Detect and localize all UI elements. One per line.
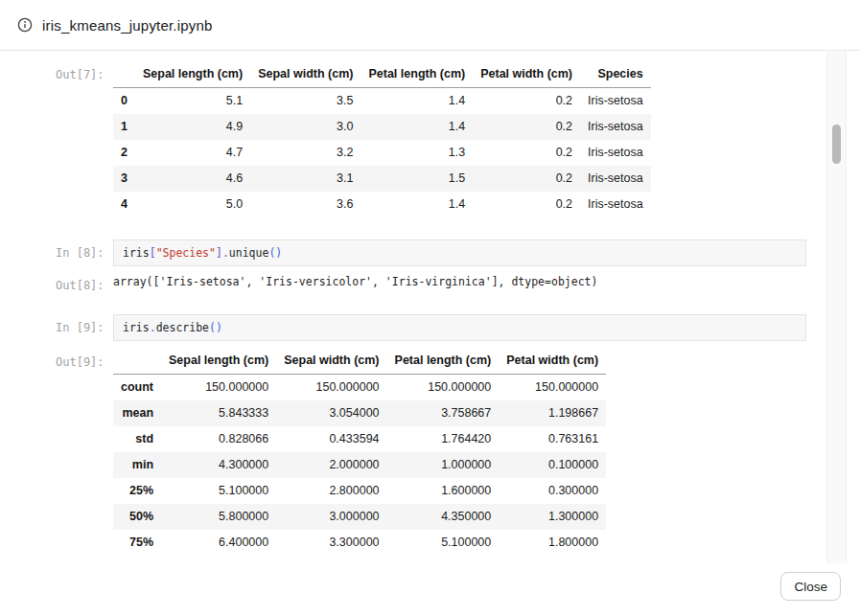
cell-output-7: Out[7]: Sepal length (cm)Sepal width (cm… xyxy=(56,61,860,217)
table-row: 14.93.01.40.2Iris-setosa xyxy=(113,114,651,140)
header-row: Sepal length (cm)Sepal width (cm)Petal l… xyxy=(113,61,651,88)
in9-prompt: In [9]: xyxy=(56,314,113,341)
cell: 3.758667 xyxy=(387,400,500,426)
cell: 1.4 xyxy=(360,192,473,217)
column-header xyxy=(113,348,161,375)
cell: Iris-setosa xyxy=(580,114,651,140)
out7-prompt: Out[7]: xyxy=(56,61,113,81)
cell: 2.800000 xyxy=(276,478,386,504)
row-index: mean xyxy=(113,400,161,426)
cell-input-8: In [8]: iris["Species"].unique() xyxy=(56,240,860,266)
cell: 3.054000 xyxy=(276,400,386,426)
column-header: Petal width (cm) xyxy=(473,61,580,88)
close-button[interactable]: Close xyxy=(780,572,841,601)
cell: 150.000000 xyxy=(276,375,386,401)
cell-output-9: Out[9]: Sepal length (cm)Sepal width (cm… xyxy=(56,348,860,556)
code-cell-describe: iris.describe() xyxy=(113,314,806,341)
code-token-bracket: [ xyxy=(150,246,156,260)
in8-prompt: In [8]: xyxy=(56,240,113,266)
cell: 5.100000 xyxy=(161,478,276,504)
table-row: 05.13.51.40.2Iris-setosa xyxy=(113,88,651,115)
row-index: 3 xyxy=(113,166,135,192)
cell: 6.400000 xyxy=(161,530,276,556)
cell: 3.0 xyxy=(250,114,360,140)
cell: 4.9 xyxy=(135,114,250,140)
cell: 0.2 xyxy=(473,166,580,192)
cell: 0.2 xyxy=(473,192,580,217)
cell: 0.2 xyxy=(473,140,580,166)
header-row: Sepal length (cm)Sepal width (cm)Petal l… xyxy=(113,348,606,375)
code-token-name: iris xyxy=(123,246,150,260)
modal-header: iris_kmeans_jupyter.ipynb xyxy=(0,0,860,51)
table-row: count150.000000150.000000150.000000150.0… xyxy=(113,375,606,401)
cell: 1.4 xyxy=(360,114,473,140)
cell: 5.843333 xyxy=(161,400,276,426)
code-token-name: unique xyxy=(229,246,269,260)
cell: 5.100000 xyxy=(387,530,500,556)
code-token-paren: ( xyxy=(209,321,216,334)
code-token-paren: ) xyxy=(275,246,282,260)
cell: 1.5 xyxy=(360,166,473,192)
notebook-content: Out[7]: Sepal length (cm)Sepal width (cm… xyxy=(0,52,860,563)
code-token-operator: . xyxy=(222,246,229,260)
code-token-string: "Species" xyxy=(156,246,216,260)
row-index: 4 xyxy=(113,192,135,217)
cell: 0.433594 xyxy=(276,426,386,452)
notebook-preview-modal: iris_kmeans_jupyter.ipynb Out[7]: Sepal … xyxy=(0,0,860,616)
cell: 1.3 xyxy=(360,140,473,166)
cell: 0.763161 xyxy=(499,426,606,452)
modal-title: iris_kmeans_jupyter.ipynb xyxy=(42,17,213,34)
scrollbar-thumb[interactable] xyxy=(832,125,841,164)
column-header xyxy=(113,61,135,88)
cell: Iris-setosa xyxy=(580,166,651,192)
column-header: Petal length (cm) xyxy=(387,348,500,375)
row-index: count xyxy=(113,375,161,401)
code-token-name: iris xyxy=(123,321,150,334)
cell: 1.300000 xyxy=(499,504,606,530)
code-token-operator: . xyxy=(150,321,156,334)
cell: 4.350000 xyxy=(387,504,500,530)
row-index: 0 xyxy=(113,88,135,115)
cell: 4.300000 xyxy=(161,452,276,478)
cell: 0.100000 xyxy=(499,452,606,478)
code-token-paren: ) xyxy=(216,321,222,334)
cell: 4.7 xyxy=(135,140,250,166)
cell: 150.000000 xyxy=(161,375,276,401)
cell-input-9: In [9]: iris.describe() xyxy=(56,314,860,341)
cell: 150.000000 xyxy=(387,375,500,401)
cell: 0.300000 xyxy=(499,478,606,504)
column-header: Sepal width (cm) xyxy=(276,348,386,375)
column-header: Petal length (cm) xyxy=(360,61,473,88)
cell: 1.000000 xyxy=(387,452,500,478)
array-output-text: array(['Iris-setosa', 'Iris-versicolor',… xyxy=(113,273,597,288)
table-row: std0.8280660.4335941.7644200.763161 xyxy=(113,426,606,452)
row-index: 25% xyxy=(113,478,161,504)
cell: 1.600000 xyxy=(387,478,500,504)
cell: 4.6 xyxy=(135,166,250,192)
cell: 2.000000 xyxy=(276,452,386,478)
table-row: min4.3000002.0000001.0000000.100000 xyxy=(113,452,606,478)
table-row: 50%5.8000003.0000004.3500001.300000 xyxy=(113,504,606,530)
out9-prompt: Out[9]: xyxy=(56,348,113,369)
cell: 0.2 xyxy=(473,114,580,140)
row-index: std xyxy=(113,426,161,452)
cell: 1.4 xyxy=(360,88,473,115)
row-index: 50% xyxy=(113,504,161,530)
table-row: 25%5.1000002.8000001.6000000.300000 xyxy=(113,478,606,504)
cell: Iris-setosa xyxy=(580,192,651,217)
table-row: mean5.8433333.0540003.7586671.198667 xyxy=(113,400,606,426)
row-index: min xyxy=(113,452,161,478)
cell: Iris-setosa xyxy=(580,88,651,115)
cell: 3.1 xyxy=(250,166,360,192)
cell: 1.764420 xyxy=(387,426,500,452)
cell: 3.6 xyxy=(250,192,360,217)
row-index: 2 xyxy=(113,140,135,166)
table-row: 45.03.61.40.2Iris-setosa xyxy=(113,192,651,217)
cell: 5.0 xyxy=(135,192,250,217)
column-header: Petal width (cm) xyxy=(499,348,606,375)
cell: 5.1 xyxy=(135,88,250,115)
cell: 1.198667 xyxy=(499,400,606,426)
out8-prompt: Out[8]: xyxy=(56,273,113,292)
table-row: 75%6.4000003.3000005.1000001.800000 xyxy=(113,530,606,556)
row-index: 75% xyxy=(113,530,161,556)
